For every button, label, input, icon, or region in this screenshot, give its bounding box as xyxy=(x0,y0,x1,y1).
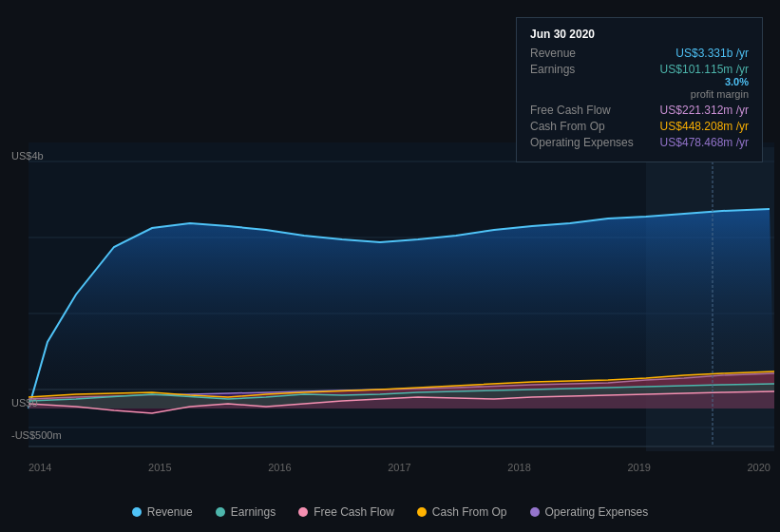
legend-label-fcf: Free Cash Flow xyxy=(314,505,394,519)
legend-dot-earnings xyxy=(216,507,225,517)
x-axis: 2014 2015 2016 2017 2018 2019 2020 xyxy=(29,462,770,473)
tooltip-fcf-value: US$221.312m /yr xyxy=(660,104,749,117)
tooltip-revenue-row: Revenue US$3.331b /yr xyxy=(530,47,749,60)
tooltip-opex-label: Operating Expenses xyxy=(530,136,635,149)
x-label-2015: 2015 xyxy=(148,462,171,473)
tooltip-cfo-label: Cash From Op xyxy=(530,120,635,133)
legend-label-earnings: Earnings xyxy=(231,505,276,519)
tooltip-revenue-label: Revenue xyxy=(530,47,635,60)
legend-label-cfo: Cash From Op xyxy=(432,505,507,519)
tooltip-box: Jun 30 2020 Revenue US$3.331b /yr Earnin… xyxy=(516,17,763,162)
tooltip-cfo-row: Cash From Op US$448.208m /yr xyxy=(530,120,749,133)
tooltip-opex-value: US$478.468m /yr xyxy=(660,136,749,149)
chart-legend: Revenue Earnings Free Cash Flow Cash Fro… xyxy=(0,505,780,519)
legend-opex[interactable]: Operating Expenses xyxy=(530,505,649,519)
tooltip-earnings-value: US$101.115m /yr xyxy=(660,63,749,76)
legend-dot-fcf xyxy=(298,507,308,517)
tooltip-date: Jun 30 2020 xyxy=(530,28,749,41)
legend-label-revenue: Revenue xyxy=(147,505,193,519)
legend-revenue[interactable]: Revenue xyxy=(132,505,193,519)
y-label-0: US$0 xyxy=(11,397,38,408)
x-label-2016: 2016 xyxy=(268,462,291,473)
legend-dot-cfo xyxy=(417,507,427,517)
tooltip-opex-row: Operating Expenses US$478.468m /yr xyxy=(530,136,749,149)
x-label-2017: 2017 xyxy=(388,462,410,473)
legend-label-opex: Operating Expenses xyxy=(545,505,649,519)
tooltip-fcf-label: Free Cash Flow xyxy=(530,104,635,117)
tooltip-fcf-row: Free Cash Flow US$221.312m /yr xyxy=(530,104,749,117)
tooltip-earnings-row: Earnings US$101.115m /yr 3.0% profit mar… xyxy=(530,63,749,101)
chart-container: US$4b US$0 -US$500m 2014 2015 2016 2017 … xyxy=(0,0,780,532)
legend-dot-revenue xyxy=(132,507,142,517)
x-label-2014: 2014 xyxy=(29,462,51,473)
x-label-2018: 2018 xyxy=(507,462,530,473)
tooltip-profit-label: profit margin xyxy=(691,88,749,100)
y-label-neg500m: -US$500m xyxy=(11,429,62,441)
tooltip-earnings-label: Earnings xyxy=(530,63,635,76)
legend-earnings[interactable]: Earnings xyxy=(216,505,276,519)
tooltip-cfo-value: US$448.208m /yr xyxy=(660,120,749,133)
legend-fcf[interactable]: Free Cash Flow xyxy=(298,505,394,519)
y-label-4b: US$4b xyxy=(11,150,44,162)
x-label-2019: 2019 xyxy=(627,462,650,473)
legend-dot-opex xyxy=(530,507,540,517)
tooltip-revenue-value: US$3.331b /yr xyxy=(675,47,749,60)
legend-cfo[interactable]: Cash From Op xyxy=(417,505,507,519)
x-label-2020: 2020 xyxy=(747,462,770,473)
tooltip-profit-margin: 3.0% xyxy=(660,76,749,87)
